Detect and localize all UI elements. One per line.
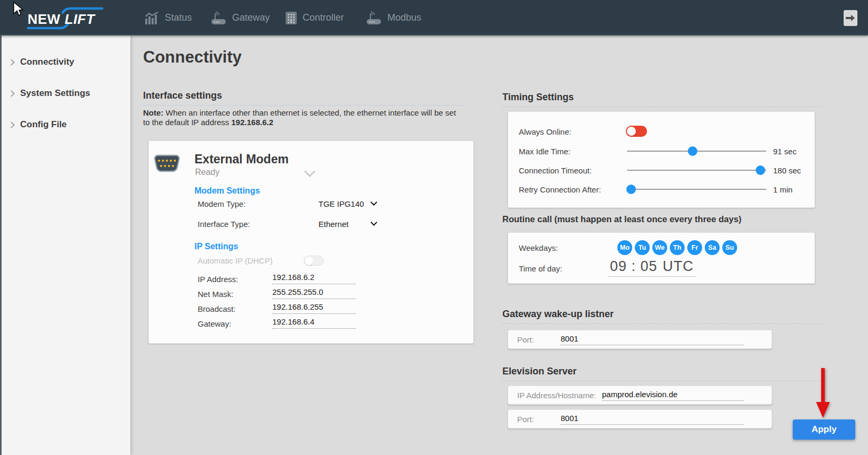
elevision-host-row: IP Address/Hostname: pamprod.elevision.d… <box>508 386 772 405</box>
routine-call-heading: Routine call (must happen at least once … <box>502 214 741 224</box>
nav-item-modbus[interactable]: Modbus <box>366 0 421 36</box>
time-zone-label: UTC <box>663 258 694 274</box>
nav-label-controller: Controller <box>303 12 344 23</box>
logout-icon <box>845 14 856 22</box>
interface-type-label: Interface Type: <box>198 220 250 229</box>
toggle-knob <box>305 257 313 265</box>
sidebar-item-connectivity[interactable]: Connectivity <box>9 57 74 67</box>
weekday-button-we[interactable]: We <box>652 240 667 255</box>
ip-settings-heading: IP Settings <box>194 242 238 251</box>
wakeup-port-row: Port: 8001 <box>508 330 772 349</box>
apply-button[interactable]: Apply <box>793 419 855 440</box>
modem-type-label: Modem Type: <box>198 199 246 208</box>
time-value[interactable]: 09 : 05 <box>610 258 658 274</box>
sidebar-item-system-settings[interactable]: System Settings <box>9 88 90 99</box>
time-of-day-label: Time of day: <box>519 264 562 273</box>
elevision-port-label: Port: <box>517 415 534 424</box>
chevron-right-icon <box>8 90 15 97</box>
gateway-field[interactable]: 192.168.6.4 <box>272 317 356 329</box>
modem-card-title: External Modem <box>194 152 289 167</box>
logo-text-lift: LIFT <box>65 11 95 28</box>
external-modem-card: External Modem Ready Modem Settings Mode… <box>148 141 474 344</box>
note-ip: 192.168.6.2 <box>232 118 273 127</box>
logo-text-new: NEW <box>28 11 60 28</box>
chevron-down-icon[interactable] <box>370 199 377 206</box>
newlift-logo[interactable]: NEW LIFT <box>26 6 106 31</box>
net-mask-label: Net Mask: <box>198 290 234 299</box>
sidebar-nav: Connectivity System Settings Config File <box>0 36 130 455</box>
modem-status: Ready <box>195 168 219 177</box>
chevron-right-icon <box>8 59 15 66</box>
wakeup-port-input[interactable]: 8001 <box>561 334 743 345</box>
sidebar-item-label: System Settings <box>20 88 90 99</box>
retry-connection-label: Retry Connection After: <box>519 185 601 194</box>
nav-label-modbus: Modbus <box>387 12 421 23</box>
slider-knob[interactable] <box>688 146 697 156</box>
weekdays-label: Weekdays: <box>519 243 558 252</box>
modem-type-select[interactable]: TGE IPG140 <box>318 199 364 208</box>
interface-note: Note: When an interface other than ether… <box>143 108 457 127</box>
nav-label-gateway: Gateway <box>232 12 270 23</box>
gateway-label: Gateway: <box>198 319 231 328</box>
nav-item-gateway[interactable]: Gateway <box>211 0 270 36</box>
top-navbar: NEW LIFT Status Gateway <box>0 0 868 36</box>
note-body: When an interface other than ethernet is… <box>143 108 456 127</box>
chevron-down-icon[interactable] <box>370 219 377 226</box>
sidebar-item-label: Connectivity <box>20 57 74 67</box>
nav-item-status[interactable]: Status <box>145 0 192 36</box>
weekday-button-th[interactable]: Th <box>670 240 685 255</box>
interface-type-select[interactable]: Ethernet <box>318 220 349 229</box>
timing-settings-card: Always Online: Max Idle Time: 91 sec Con… <box>508 111 815 208</box>
dhcp-label: Automatic IP (DHCP) <box>198 256 272 265</box>
weekday-button-sa[interactable]: Sa <box>705 240 720 255</box>
retry-connection-slider[interactable] <box>627 189 766 190</box>
elevision-port-row: Port: 8001 <box>508 409 772 428</box>
max-idle-time-value: 91 sec <box>773 147 796 156</box>
annotation-arrow-icon <box>813 367 832 420</box>
collapse-chevron-icon[interactable] <box>304 166 315 177</box>
broadcast-field[interactable]: 192.168.6.255 <box>272 302 356 314</box>
net-mask-field[interactable]: 255.255.255.0 <box>272 287 356 299</box>
slider-knob[interactable] <box>756 165 765 175</box>
connection-timeout-label: Connection Timeout: <box>519 166 592 175</box>
routine-call-card: Weekdays: Mo Tu We Th Fr Sa Su Time of d… <box>508 232 815 284</box>
interface-settings-heading: Interface settings <box>143 90 465 106</box>
mouse-cursor <box>13 2 23 16</box>
connection-timeout-value: 180 sec <box>773 166 801 175</box>
always-online-toggle[interactable] <box>626 126 647 137</box>
slider-knob[interactable] <box>626 185 636 194</box>
max-idle-time-label: Max Idle Time: <box>519 147 571 156</box>
nav-label-status: Status <box>165 12 192 23</box>
broadcast-label: Broadcast: <box>198 304 236 313</box>
elevision-port-input[interactable]: 8001 <box>561 414 743 425</box>
wakeup-port-label: Port: <box>517 335 534 344</box>
sidebar-item-config-file[interactable]: Config File <box>9 119 67 130</box>
weekday-button-tu[interactable]: Tu <box>635 240 650 255</box>
app-window: NEW LIFT Status Gateway <box>0 0 868 455</box>
elevision-host-label: IP Address/Hostname: <box>517 391 596 400</box>
max-idle-time-slider[interactable] <box>627 151 766 152</box>
status-chart-icon <box>145 11 160 25</box>
connection-timeout-slider[interactable] <box>627 170 766 171</box>
ip-address-field[interactable]: 192.168.6.2 <box>272 273 356 284</box>
router-icon <box>211 11 227 25</box>
dhcp-toggle <box>304 256 324 266</box>
ip-address-label: IP Address: <box>198 275 238 284</box>
retry-connection-value: 1 min <box>773 185 793 194</box>
weekday-button-fr[interactable]: Fr <box>687 240 702 255</box>
chevron-right-icon <box>8 121 15 128</box>
elevision-host-input[interactable]: pamprod.elevision.de <box>602 390 743 401</box>
weekday-button-su[interactable]: Su <box>722 240 737 255</box>
page-title: Connectivity <box>143 48 242 67</box>
timing-settings-heading: Timing Settings <box>502 92 822 107</box>
time-of-day-field[interactable]: 09 : 05UTC <box>608 258 696 277</box>
nav-item-controller[interactable]: Controller <box>285 0 344 36</box>
sidebar-item-label: Config File <box>20 119 67 130</box>
note-prefix: Note: <box>143 108 163 117</box>
modem-settings-heading: Modem Settings <box>194 186 260 196</box>
weekday-button-mo[interactable]: Mo <box>617 240 632 255</box>
logout-button[interactable] <box>844 10 857 26</box>
toggle-knob <box>627 127 636 136</box>
always-online-label: Always Online: <box>519 127 571 136</box>
elevision-server-heading: Elevision Server <box>502 366 822 381</box>
